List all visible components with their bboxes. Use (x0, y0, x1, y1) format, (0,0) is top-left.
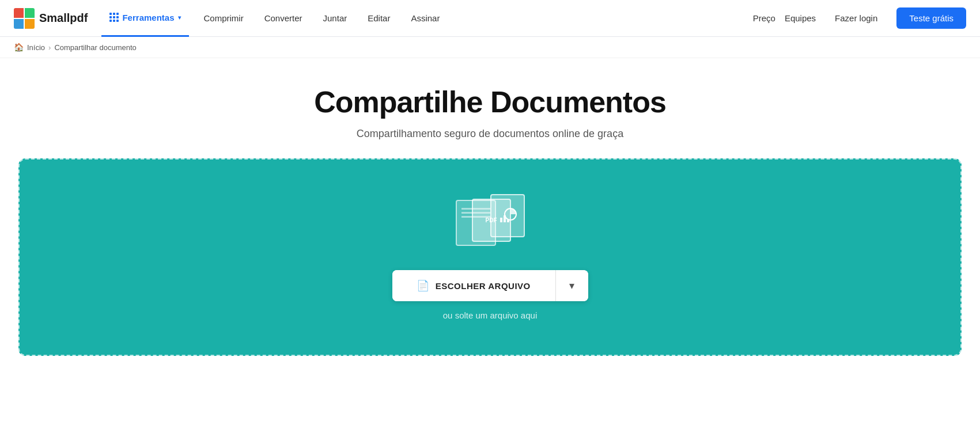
nav-right: Preço Equipes Fazer login Teste grátis (753, 7, 966, 29)
hero-section: Compartilhe Documentos Compartilhamento … (0, 58, 980, 158)
nav-item-editar[interactable]: Editar (357, 0, 400, 37)
breadcrumb-separator: › (48, 43, 51, 52)
upload-button-group: 📄 ESCOLHER ARQUIVO ▾ (392, 270, 588, 301)
choose-file-label: ESCOLHER ARQUIVO (436, 281, 531, 291)
page-subtitle: Compartilhamento seguro de documentos on… (14, 128, 966, 140)
grid-icon (109, 13, 119, 22)
ferramentas-button[interactable]: Ferramentas ▾ (101, 0, 188, 37)
breadcrumb: 🏠 Início › Compartilhar documento (0, 37, 980, 58)
upload-options-button[interactable]: ▾ (556, 270, 588, 301)
svg-rect-3 (507, 220, 509, 222)
breadcrumb-current: Compartilhar documento (54, 43, 136, 52)
document-illustration: PDF (456, 194, 525, 252)
nav-links: Comprimir Converter Juntar Editar Assina… (194, 0, 753, 37)
chevron-down-icon: ▾ (569, 279, 574, 292)
trial-button[interactable]: Teste grátis (896, 7, 966, 29)
svg-rect-1 (500, 218, 502, 222)
navbar: Smallpdf Ferramentas ▾ Comprimir Convert… (0, 0, 980, 37)
home-icon: 🏠 (14, 43, 24, 52)
doc-front-icon (490, 194, 525, 237)
ferramentas-label: Ferramentas (122, 13, 174, 22)
file-plus-icon: 📄 (417, 279, 430, 292)
doc-chart-icon (498, 206, 517, 226)
login-button[interactable]: Fazer login (825, 8, 887, 28)
chevron-down-icon: ▾ (178, 14, 181, 21)
drop-hint: ou solte um arquivo aqui (443, 310, 537, 320)
nav-item-comprimir[interactable]: Comprimir (194, 0, 254, 37)
nav-equipes[interactable]: Equipes (785, 13, 816, 23)
nav-item-converter[interactable]: Converter (254, 0, 313, 37)
choose-file-button[interactable]: 📄 ESCOLHER ARQUIVO (392, 270, 556, 301)
svg-rect-2 (504, 215, 506, 222)
logo-text: Smallpdf (39, 12, 88, 25)
dropzone[interactable]: PDF 📄 ESCOLHER ARQUIVO ▾ ou solte um arq… (18, 158, 962, 356)
breadcrumb-home[interactable]: Início (27, 43, 45, 52)
logo-link[interactable]: Smallpdf (14, 8, 88, 29)
nav-preco[interactable]: Preço (753, 13, 775, 23)
logo-icon (14, 8, 35, 29)
nav-item-assinar[interactable]: Assinar (400, 0, 450, 37)
page-title: Compartilhe Documentos (14, 86, 966, 119)
nav-item-juntar[interactable]: Juntar (313, 0, 358, 37)
